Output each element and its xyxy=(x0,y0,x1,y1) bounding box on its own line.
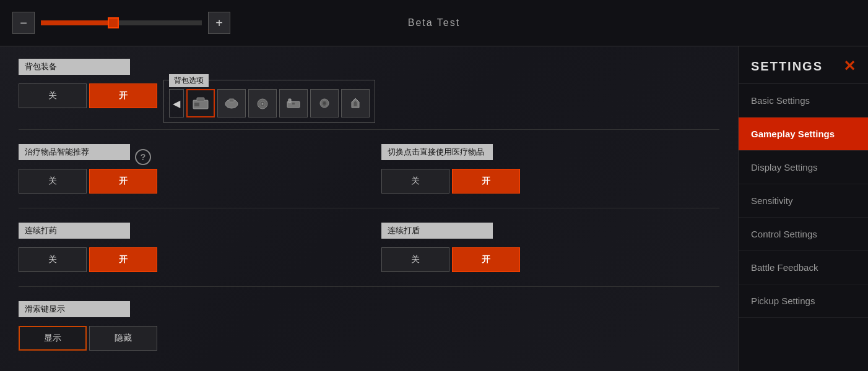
svg-rect-4 xyxy=(229,99,234,102)
shield-on-button[interactable]: 开 xyxy=(452,247,520,272)
sidebar: SETTINGS ✕ Basic Settings Gameplay Setti… xyxy=(738,46,868,371)
medicine-right-off-button[interactable]: 关 xyxy=(381,169,449,194)
slide-block: 滑索键显示 显示 隐藏 xyxy=(19,292,719,360)
heal-on-button[interactable]: 开 xyxy=(89,247,157,272)
medicine-label: 治疗物品智能推荐 xyxy=(19,144,130,160)
backpack-options-box: 背包选项 ◀ xyxy=(163,80,375,123)
slide-toggle-group: 显示 隐藏 xyxy=(19,326,707,351)
backpack-icon-5[interactable] xyxy=(310,89,339,117)
medicine-row: 治疗物品智能推荐 ? 关 开 切换点击直接使用医疗物品 关 开 xyxy=(19,135,719,203)
backpack-left: 关 开 xyxy=(19,80,157,108)
sidebar-item-control[interactable]: Control Settings xyxy=(739,218,868,251)
medicine-right-label: 切换点击直接使用医疗物品 xyxy=(381,144,493,160)
medicine-help-icon[interactable]: ? xyxy=(135,149,151,165)
close-icon[interactable]: ✕ xyxy=(843,58,856,75)
backpack-icons: ◀ xyxy=(169,89,370,117)
slide-show-button[interactable]: 显示 xyxy=(19,326,87,351)
slider-minus-button[interactable]: − xyxy=(12,12,35,34)
top-bar: − + Beta Test xyxy=(0,0,868,46)
sidebar-item-gameplay[interactable]: Gameplay Settings xyxy=(739,117,868,151)
medicine-block: 治疗物品智能推荐 ? 关 开 xyxy=(19,135,369,203)
heal-row: 连续打药 关 开 连续打盾 关 开 xyxy=(19,213,719,281)
backpack-label: 背包装备 xyxy=(19,59,130,75)
backpack-icon-6[interactable] xyxy=(341,89,370,117)
heal-off-button[interactable]: 关 xyxy=(19,247,87,272)
backpack-outer: 关 开 背包选项 ◀ xyxy=(19,80,719,123)
page-title: Beta Test xyxy=(408,17,460,28)
svg-rect-10 xyxy=(292,103,295,104)
medicine-toggle-group: 关 开 xyxy=(19,169,357,194)
slider-fill xyxy=(41,20,113,25)
medicine-on-button[interactable]: 开 xyxy=(89,169,157,194)
slide-hide-button[interactable]: 隐藏 xyxy=(89,326,157,351)
backpack-icon-3[interactable] xyxy=(248,89,277,117)
slider-track[interactable] xyxy=(41,20,202,25)
heal-toggle-group: 关 开 xyxy=(19,247,357,272)
medicine-right-block: 切换点击直接使用医疗物品 关 开 xyxy=(369,135,719,203)
sidebar-item-basic[interactable]: Basic Settings xyxy=(739,84,868,117)
svg-point-12 xyxy=(323,102,326,104)
svg-rect-2 xyxy=(194,103,199,106)
shield-off-button[interactable]: 关 xyxy=(381,247,449,272)
slider-thumb xyxy=(108,17,119,28)
backpack-toggle-group: 关 开 xyxy=(19,83,157,108)
backpack-section: 背包装备 关 开 背包选项 ◀ xyxy=(19,59,719,123)
svg-rect-1 xyxy=(197,98,204,101)
medicine-right-on-button[interactable]: 开 xyxy=(452,169,520,194)
backpack-on-button[interactable]: 开 xyxy=(89,83,157,108)
slider-area: − + xyxy=(12,12,230,34)
divider-2 xyxy=(19,208,719,208)
main-layout: 背包装备 关 开 背包选项 ◀ xyxy=(0,46,868,371)
svg-rect-9 xyxy=(289,99,291,103)
medicine-label-row: 治疗物品智能推荐 ? xyxy=(19,144,357,165)
sidebar-item-display[interactable]: Display Settings xyxy=(739,151,868,184)
heal-label: 连续打药 xyxy=(19,223,130,239)
svg-point-7 xyxy=(262,103,264,105)
divider-1 xyxy=(19,129,719,130)
heal-block: 连续打药 关 开 xyxy=(19,213,369,281)
backpack-options-label: 背包选项 xyxy=(169,74,209,87)
sidebar-header: SETTINGS ✕ xyxy=(739,46,868,84)
sidebar-item-pickup[interactable]: Pickup Settings xyxy=(739,284,868,318)
sidebar-nav: Basic Settings Gameplay Settings Display… xyxy=(739,84,868,318)
medicine-off-button[interactable]: 关 xyxy=(19,169,87,194)
backpack-icon-4[interactable] xyxy=(279,89,308,117)
backpack-nav-prev[interactable]: ◀ xyxy=(169,89,184,117)
sidebar-item-battle[interactable]: Battle Feedback xyxy=(739,251,868,284)
shield-toggle-group: 关 开 xyxy=(381,247,707,272)
shield-label: 连续打盾 xyxy=(381,223,493,239)
slider-plus-button[interactable]: + xyxy=(208,12,230,34)
shield-block: 连续打盾 关 开 xyxy=(369,213,719,281)
backpack-icon-2[interactable] xyxy=(217,89,246,117)
slide-label: 滑索键显示 xyxy=(19,301,130,317)
sidebar-title: SETTINGS xyxy=(751,59,823,74)
medicine-right-toggle-group: 关 开 xyxy=(381,169,707,194)
backpack-off-button[interactable]: 关 xyxy=(19,83,87,108)
sidebar-item-sensitivity[interactable]: Sensitivity xyxy=(739,184,868,218)
content-area: 背包装备 关 开 背包选项 ◀ xyxy=(0,46,738,371)
backpack-icon-1[interactable] xyxy=(186,89,215,117)
divider-3 xyxy=(19,286,719,287)
